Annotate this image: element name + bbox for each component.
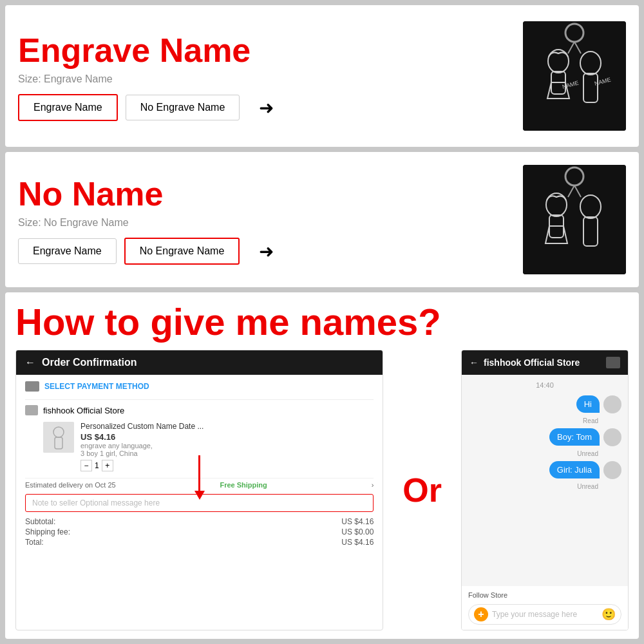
chat-time: 14:40	[468, 381, 621, 389]
chat-message-1: Hi	[468, 395, 621, 413]
order-body: SELECT PAYMENT METHOD fishhook Official …	[16, 375, 383, 630]
follow-store-label[interactable]: Follow Store	[468, 591, 621, 599]
chat-header: ← fishhook Official Store	[462, 350, 628, 375]
chat-footer: Follow Store + Type your message here 🙂	[462, 586, 628, 630]
section-engrave-left: Engrave Name Size: Engrave Name Engrave …	[18, 31, 523, 121]
svg-rect-0	[523, 21, 626, 131]
chat-bubble-girl: Girl: Julia	[549, 461, 600, 478]
store-icon-chat	[606, 357, 620, 368]
chat-input-row: + Type your message here 🙂	[468, 604, 621, 625]
store-name-label: fishhook Official Store	[43, 406, 124, 415]
qty-value: 1	[95, 461, 99, 470]
payment-row: SELECT PAYMENT METHOD	[25, 381, 374, 392]
total-value: US $4.16	[341, 538, 374, 547]
payment-icon	[25, 381, 39, 392]
no-name-title: No Name	[18, 175, 523, 213]
svg-rect-10	[523, 165, 626, 274]
product-details: Personalized Custom Name Date ... US $4.…	[80, 422, 374, 471]
chat-status-1: Read	[468, 417, 621, 424]
product-desc1: engrave any language,	[80, 442, 374, 450]
chat-store-name: fishhook Official Store	[484, 357, 580, 368]
emoji-icon[interactable]: 🙂	[601, 607, 616, 621]
no-engrave-name-button[interactable]: No Engrave Name	[126, 95, 240, 120]
chat-input[interactable]: Type your message here	[492, 610, 598, 619]
section-how-to: How to give me names? ← Order Confirmati…	[5, 292, 639, 639]
totals-section: Subtotal: US $4.16 Shipping fee: US $0.0…	[25, 517, 374, 547]
no-name-size-label: Size: No Engrave Name	[18, 217, 523, 229]
order-confirmation-panel: ← Order Confirmation SELECT PAYMENT METH…	[15, 350, 383, 630]
subtotal-value: US $4.16	[341, 517, 374, 526]
chat-message-3: Girl: Julia	[468, 461, 621, 479]
select-payment-label[interactable]: SELECT PAYMENT METHOD	[44, 382, 149, 391]
chat-bubble-boy: Boy: Tom	[549, 428, 600, 446]
back-arrow-icon[interactable]: ←	[25, 357, 35, 368]
section-no-name-left: No Name Size: No Engrave Name Engrave Na…	[18, 175, 523, 265]
keychain-image-1: NAME NAME	[523, 21, 626, 131]
qty-row: − 1 +	[80, 460, 374, 471]
chat-body: 14:40 Hi Read Boy: Tom Unread	[462, 375, 628, 586]
total-label: Total:	[25, 538, 44, 547]
chat-back-arrow[interactable]: ←	[469, 357, 478, 368]
shipping-value: US $0.00	[341, 527, 374, 536]
arrow-right-icon-2: ➜	[259, 241, 274, 262]
section-engrave: Engrave Name Size: Engrave Name Engrave …	[5, 5, 639, 147]
section-no-name: No Name Size: No Engrave Name Engrave Na…	[5, 152, 639, 287]
engrave-size-label: Size: Engrave Name	[18, 73, 523, 85]
delivery-arrow: ›	[372, 481, 374, 489]
product-thumbnail	[43, 422, 74, 453]
store-row: fishhook Official Store	[25, 405, 374, 415]
how-to-title: How to give me names?	[15, 300, 629, 343]
no-name-options: Engrave Name No Engrave Name ➜	[18, 238, 523, 265]
keychain-svg-2	[523, 165, 626, 274]
bottom-content: ← Order Confirmation SELECT PAYMENT METH…	[15, 350, 629, 630]
chat-panel: ← fishhook Official Store 14:40 Hi Read	[461, 350, 629, 630]
main-container: Engrave Name Size: Engrave Name Engrave …	[0, 0, 644, 644]
shipping-label: Shipping fee:	[25, 527, 70, 536]
subtotal-label: Subtotal:	[25, 517, 55, 526]
subtotal-row: Subtotal: US $4.16	[25, 517, 374, 526]
chat-add-button[interactable]: +	[474, 607, 488, 621]
or-separator: Or	[396, 471, 448, 509]
chat-message-2: Boy: Tom	[468, 428, 621, 446]
total-row: Total: US $4.16	[25, 538, 374, 547]
chat-avatar-3	[603, 461, 621, 479]
engrave-options: Engrave Name No Engrave Name ➜	[18, 94, 523, 121]
chat-store-icon	[606, 357, 620, 368]
no-name-engrave-button[interactable]: Engrave Name	[18, 238, 117, 264]
qty-plus-button[interactable]: +	[102, 460, 113, 471]
chat-avatar-1	[603, 395, 621, 413]
engrave-title: Engrave Name	[18, 31, 523, 70]
qty-minus-button[interactable]: −	[80, 460, 92, 471]
arrow-right-icon: ➜	[259, 97, 274, 118]
product-price: US $4.16	[80, 432, 374, 442]
no-name-no-engrave-button[interactable]: No Engrave Name	[124, 238, 240, 265]
engrave-name-button[interactable]: Engrave Name	[18, 94, 118, 121]
free-shipping-label: Free Shipping	[220, 481, 267, 489]
product-name-text: Personalized Custom Name Date ...	[80, 422, 374, 431]
chat-bubble-hi: Hi	[576, 395, 600, 413]
chat-avatar-2	[603, 428, 621, 446]
keychain-svg-1: NAME NAME	[523, 21, 626, 131]
keychain-image-2	[523, 165, 626, 274]
product-desc2: 3 boy 1 girl, China	[80, 450, 374, 457]
order-confirmation-title: Order Confirmation	[42, 357, 137, 368]
shipping-row: Shipping fee: US $0.00	[25, 527, 374, 536]
note-placeholder: Note to seller Optional message here	[32, 498, 160, 507]
store-icon	[25, 405, 38, 415]
order-header: ← Order Confirmation	[16, 350, 383, 375]
chat-status-3: Unread	[468, 483, 621, 490]
delivery-text: Estimated delivery on Oct 25	[25, 481, 116, 489]
chat-status-2: Unread	[468, 450, 621, 457]
